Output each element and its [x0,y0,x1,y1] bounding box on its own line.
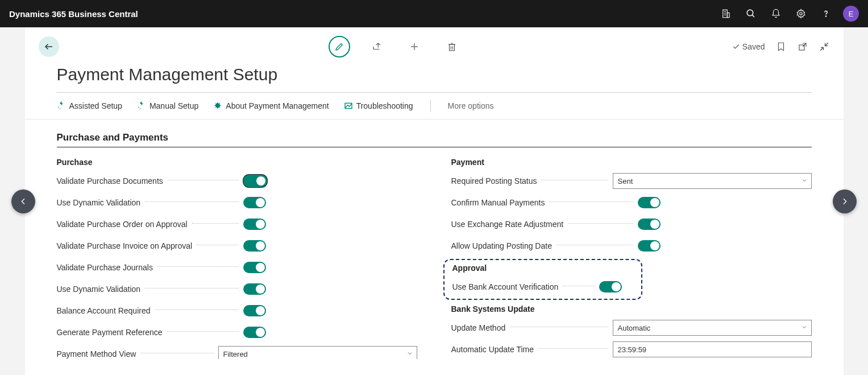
company-icon[interactable] [713,0,738,27]
help-icon[interactable] [813,0,838,27]
app-title: Dynamics 365 Business Central [9,9,138,19]
svg-rect-4 [727,13,729,18]
notifications-icon[interactable] [763,0,788,27]
search-icon[interactable] [738,0,763,27]
avatar[interactable]: E [843,6,859,22]
svg-line-6 [752,15,754,17]
gear-icon[interactable] [788,0,813,27]
svg-point-8 [825,16,826,17]
svg-rect-0 [723,10,728,18]
svg-point-7 [800,13,803,15]
top-app-bar: Dynamics 365 Business Central E [0,0,868,27]
svg-point-5 [747,10,753,16]
